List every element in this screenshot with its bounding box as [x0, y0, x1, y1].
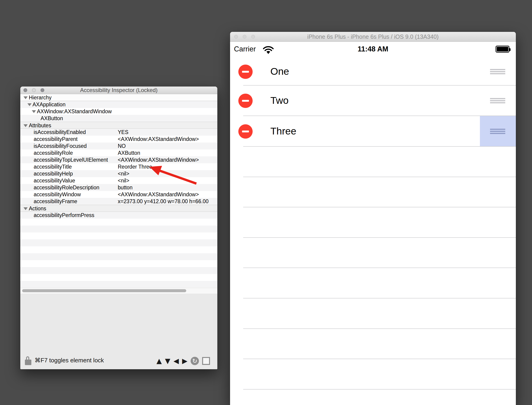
- empty-table-row: [230, 359, 516, 390]
- simulator-titlebar: iPhone 6s Plus - iPhone 6s Plus / iOS 9.…: [230, 32, 516, 42]
- attribute-value: Reorder Three: [118, 163, 152, 170]
- row-label: AXWindow:AXStandardWindow: [37, 108, 112, 115]
- section-header-row[interactable]: Actions: [20, 205, 217, 212]
- refresh-icon[interactable]: ↻: [191, 357, 199, 365]
- row-label: AXButton: [40, 115, 63, 122]
- inspector-titlebar: Accessibility Inspector (Locked): [20, 87, 217, 94]
- empty-table-row: [230, 147, 516, 177]
- attribute-row[interactable]: accessibilityPerformPress: [20, 212, 217, 219]
- footer-buttons: ▲ ▼ ◀ ▶ ↻: [157, 356, 210, 366]
- attribute-value: <AXWindow:AXStandardWindow>: [118, 156, 199, 163]
- ios-simulator-window: iPhone 6s Plus - iPhone 6s Plus / iOS 9.…: [230, 32, 516, 405]
- navigate-down-button[interactable]: ▼: [165, 358, 170, 364]
- attribute-name: accessibilityWindow: [34, 191, 81, 198]
- attribute-name: isAccessibilityFocused: [34, 142, 87, 149]
- attribute-value: x=2373.00 y=412.00 w=78.00 h=66.00: [118, 198, 209, 205]
- status-bar: Carrier 11:48 AM: [230, 42, 516, 58]
- disclosure-triangle-icon[interactable]: [24, 207, 28, 210]
- section-header-row[interactable]: Attributes: [20, 122, 217, 129]
- lock-hint-text: ⌘F7 toggles element lock: [35, 357, 104, 364]
- attribute-row[interactable]: accessibilityRoleAXButton: [20, 149, 217, 156]
- list-item[interactable]: Three: [230, 116, 516, 147]
- attribute-value: NO: [118, 142, 126, 149]
- attribute-name: accessibilityFrame: [34, 198, 77, 205]
- empty-outline-row: [20, 226, 217, 232]
- empty-outline-row: [20, 253, 217, 260]
- row-label: Attributes: [29, 122, 51, 129]
- horizontal-scrollbar-thumb[interactable]: [22, 289, 186, 292]
- navigate-right-button[interactable]: ▶: [182, 358, 187, 364]
- simulator-screen: Carrier 11:48 AM OneTwoThree: [230, 42, 516, 405]
- empty-outline-row: [20, 232, 217, 239]
- attribute-name: accessibilityTitle: [34, 163, 72, 170]
- delete-button[interactable]: [238, 94, 253, 108]
- delete-button[interactable]: [238, 65, 253, 79]
- attribute-value: <AXWindow:AXStandardWindow>: [118, 191, 199, 198]
- empty-outline-row: [20, 274, 217, 281]
- attribute-row[interactable]: isAccessibilityEnabledYES: [20, 129, 217, 136]
- empty-outline-row: [20, 239, 217, 246]
- attribute-row[interactable]: accessibilityHelp<nil>: [20, 170, 217, 177]
- inspector-footer: ⌘F7 toggles element lock ▲ ▼ ◀ ▶ ↻: [20, 356, 217, 366]
- desktop: { "inspector": { "window_title": "Access…: [0, 0, 532, 405]
- tree-row[interactable]: AXApplication: [20, 101, 217, 108]
- accessibility-inspector-window: Accessibility Inspector (Locked) Hierarc…: [20, 87, 217, 369]
- empty-table-row: [230, 329, 516, 359]
- navigate-left-button[interactable]: ◀: [173, 358, 179, 364]
- detail-panel: No Selection ⌘F7 toggles element lock ▲ …: [20, 294, 217, 369]
- attribute-name: accessibilityRoleDescription: [34, 184, 99, 191]
- attribute-row[interactable]: accessibilityParent<AXWindow:AXStandardW…: [20, 136, 217, 142]
- row-label: AXApplication: [33, 101, 66, 108]
- minus-icon: [242, 100, 249, 102]
- empty-table-row: [230, 298, 516, 329]
- tree-row[interactable]: AXWindow:AXStandardWindow: [20, 108, 217, 115]
- navigate-up-button[interactable]: ▲: [157, 358, 162, 364]
- disclosure-triangle-icon[interactable]: [32, 110, 36, 113]
- attribute-row[interactable]: accessibilityTitleReorder Three: [20, 163, 217, 170]
- list-item[interactable]: Two: [230, 86, 516, 116]
- reorder-handle-icon[interactable]: [490, 69, 505, 74]
- horizontal-scrollbar[interactable]: [20, 288, 217, 294]
- disclosure-triangle-icon[interactable]: [24, 124, 28, 127]
- empty-outline-row: [20, 246, 217, 253]
- attribute-row[interactable]: accessibilityFramex=2373.00 y=412.00 w=7…: [20, 198, 217, 205]
- attribute-name: accessibilityHelp: [34, 170, 73, 177]
- empty-outline-row: [20, 219, 217, 226]
- attribute-name: accessibilityPerformPress: [34, 212, 94, 219]
- section-header-row[interactable]: Hierarchy: [20, 94, 217, 101]
- disclosure-triangle-icon[interactable]: [24, 96, 28, 99]
- attribute-row[interactable]: isAccessibilityFocusedNO: [20, 142, 217, 149]
- empty-table-row: [230, 268, 516, 298]
- cell-label: One: [270, 66, 289, 77]
- simulator-window-title: iPhone 6s Plus - iPhone 6s Plus / iOS 9.…: [230, 32, 516, 41]
- reorder-handle-icon[interactable]: [490, 129, 505, 134]
- reorder-handle-icon[interactable]: [490, 98, 505, 103]
- attribute-row[interactable]: accessibilityTopLevelUIElement<AXWindow:…: [20, 156, 217, 163]
- attribute-value: YES: [118, 129, 128, 136]
- attribute-value: AXButton: [118, 149, 140, 156]
- inspect-region-icon[interactable]: [202, 357, 210, 365]
- empty-table-row: [230, 207, 516, 238]
- attribute-row[interactable]: accessibilityValue<nil>: [20, 177, 217, 184]
- attribute-value: <AXWindow:AXStandardWindow>: [118, 136, 199, 142]
- attribute-name: accessibilityRole: [34, 149, 73, 156]
- table-view: OneTwoThree: [230, 58, 516, 390]
- delete-button[interactable]: [238, 124, 253, 139]
- attribute-row[interactable]: accessibilityRoleDescriptionbutton: [20, 184, 217, 191]
- attribute-name: accessibilityValue: [34, 177, 75, 184]
- attribute-value: button: [118, 184, 133, 191]
- cell-label: Three: [270, 125, 296, 136]
- disclosure-triangle-icon[interactable]: [27, 103, 32, 106]
- minus-icon: [242, 131, 249, 132]
- cell-label: Two: [270, 95, 289, 106]
- tree-row[interactable]: AXButton: [20, 115, 217, 122]
- list-item[interactable]: One: [230, 58, 516, 86]
- clock-label: 11:48 AM: [230, 45, 516, 53]
- empty-outline-row: [20, 260, 217, 267]
- empty-outline-row: [20, 267, 217, 274]
- attribute-row[interactable]: accessibilityWindow<AXWindow:AXStandardW…: [20, 191, 217, 198]
- lock-icon[interactable]: [25, 356, 32, 365]
- empty-table-row: [230, 177, 516, 208]
- minus-icon: [242, 71, 249, 73]
- attribute-value: <nil>: [118, 170, 129, 177]
